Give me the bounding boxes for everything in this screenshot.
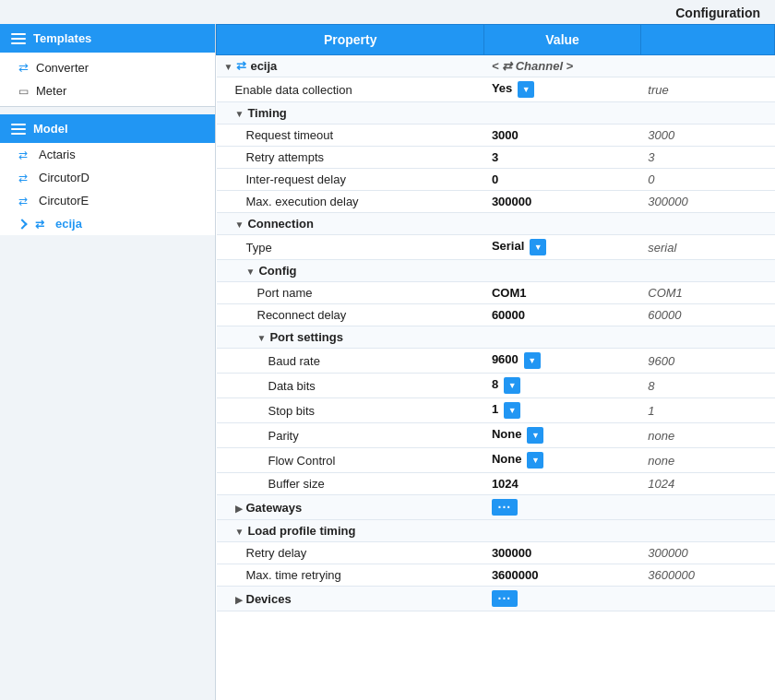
dropdown-button[interactable]: [518, 81, 534, 98]
table-row: Baud rate96009600: [217, 349, 775, 374]
property-label: Type: [246, 241, 272, 255]
value-cell: 9600: [484, 349, 640, 374]
section-collapsed-label: Gateways: [246, 501, 303, 515]
italic-value: 3600000: [648, 568, 695, 582]
section-label: ecija: [250, 59, 277, 73]
templates-items: ⇄ Converter ▭ Meter: [0, 53, 215, 107]
property-label: Parity: [268, 429, 299, 443]
templates-section-header[interactable]: Templates: [0, 24, 215, 53]
property-label: Retry delay: [246, 546, 307, 560]
sidebar-item-circutord[interactable]: ⇄ CircutorD: [0, 166, 215, 189]
table-row: Max. time retrying36000003600000: [217, 564, 775, 587]
sidebar-item-circtore[interactable]: ⇄ CircutorE: [0, 189, 215, 212]
italic-value: 9600: [648, 354, 674, 368]
arrows-icon-circtore: ⇄: [18, 195, 28, 208]
table-row: ParityNonenone: [217, 423, 775, 448]
config-panel: Property Value ▼⇄ecija< ⇄ Channel >Enabl…: [216, 24, 775, 700]
sidebar-item-actaris[interactable]: ⇄ Actaris: [0, 143, 215, 166]
model-label: Model: [33, 122, 68, 136]
collapse-icon: ▼: [246, 267, 256, 277]
property-value: 300000: [492, 546, 531, 560]
property-value: 1: [492, 402, 498, 416]
dropdown-button[interactable]: [504, 402, 520, 419]
collapse-icon: ▼: [235, 527, 244, 537]
dropdown-button[interactable]: [530, 239, 546, 255]
dots-cell: ···: [484, 587, 640, 611]
property-value: 60000: [492, 308, 525, 322]
value-cell: COM1: [484, 282, 640, 304]
page-title: Configuration: [0, 0, 775, 24]
property-value: None: [492, 452, 522, 466]
italic-value: 0: [648, 172, 654, 186]
dots-cell: ···: [484, 495, 640, 520]
value-cell: 3600000: [484, 564, 640, 587]
property-label: Stop bits: [268, 404, 316, 418]
property-label: Flow Control: [268, 454, 336, 468]
property-value: 0: [492, 172, 498, 186]
arrows-icon-ecija: ⇄: [35, 218, 44, 231]
table-row: TypeSerialserial: [217, 235, 775, 260]
property-label: Inter-request delay: [246, 172, 346, 186]
value-cell: None: [484, 423, 640, 448]
model-hamburger-icon: [11, 124, 26, 135]
italic-value: COM1: [648, 286, 683, 300]
property-value: 1024: [492, 477, 519, 491]
italic-value: serial: [648, 241, 676, 255]
property-value: 3600000: [492, 568, 539, 582]
arrows-icon-circutord: ⇄: [18, 172, 28, 184]
property-value: None: [492, 427, 522, 441]
dots-button[interactable]: ···: [492, 499, 518, 516]
property-value: 3: [492, 150, 498, 164]
italic-value: true: [648, 83, 668, 97]
table-row: Retry delay300000300000: [217, 542, 775, 564]
value-cell: 1: [484, 398, 640, 423]
italic-value: 1: [648, 404, 654, 418]
dropdown-button[interactable]: [527, 427, 543, 444]
hamburger-icon: [11, 33, 26, 44]
sidebar-item-meter[interactable]: ▭ Meter: [0, 79, 215, 102]
collapse-icon: ▼: [235, 109, 244, 119]
property-value: COM1: [492, 286, 527, 300]
channel-value: < ⇄ Channel >: [492, 59, 573, 73]
section-label: Load profile timing: [247, 524, 355, 538]
section-label: Config: [258, 264, 296, 278]
dropdown-button[interactable]: [524, 352, 541, 369]
col-property: Property: [217, 25, 484, 55]
italic-value: 60000: [648, 308, 681, 322]
property-label: Enable data collection: [235, 83, 352, 97]
value-cell: 60000: [484, 304, 640, 326]
model-section-header[interactable]: Model: [0, 114, 215, 143]
dropdown-button[interactable]: [504, 377, 520, 394]
italic-value: 3000: [648, 128, 674, 142]
sidebar-item-converter[interactable]: ⇄ Converter: [0, 56, 215, 79]
table-row: ▼Config: [217, 260, 775, 282]
sidebar-item-ecija[interactable]: ⇄ ecija: [0, 212, 215, 235]
sidebar-item-converter-label: Converter: [36, 61, 89, 75]
model-items: ⇄ Actaris ⇄ CircutorD ⇄ CircutorE ⇄ ecij…: [0, 143, 215, 235]
collapse-icon: ▼: [257, 333, 267, 343]
table-row: ▼Connection: [217, 213, 775, 235]
dropdown-button[interactable]: [527, 452, 543, 469]
property-label: Request timeout: [246, 128, 334, 142]
collapse-icon: ▼: [235, 219, 244, 230]
italic-value: none: [648, 429, 674, 443]
italic-value: 3: [648, 150, 654, 164]
col-extra: [640, 25, 774, 55]
value-cell: 0: [484, 169, 640, 191]
table-row: ▼Port settings: [217, 326, 775, 349]
section-label: Timing: [247, 106, 286, 120]
section-label: Port settings: [269, 330, 342, 344]
table-row: ▼⇄ecija< ⇄ Channel >: [217, 55, 775, 77]
property-label: Port name: [257, 286, 313, 300]
table-row: Inter-request delay00: [217, 169, 775, 191]
property-label: Max. execution delay: [246, 195, 359, 208]
dots-button[interactable]: ···: [492, 590, 518, 607]
property-value: 8: [492, 377, 498, 391]
table-row: Port nameCOM1COM1: [217, 282, 775, 304]
value-cell: 3: [484, 147, 640, 169]
section-collapsed-label: Devices: [246, 592, 292, 606]
italic-value: 8: [648, 379, 654, 393]
value-cell: 1024: [484, 473, 640, 495]
config-table: Property Value ▼⇄ecija< ⇄ Channel >Enabl…: [216, 24, 775, 611]
value-cell: 300000: [484, 542, 640, 564]
